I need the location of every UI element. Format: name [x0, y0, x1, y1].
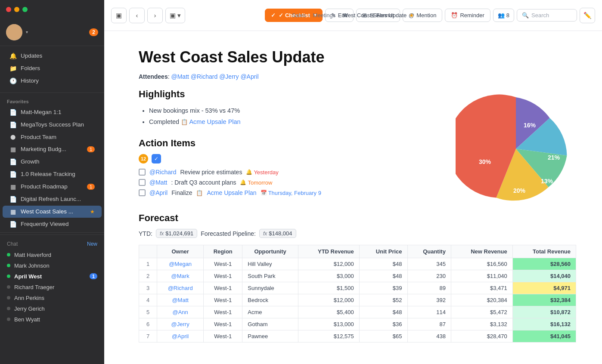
highlights-action-section: Highlights New bookings mix - 53% vs 47%… [139, 89, 576, 209]
online-dot [7, 253, 10, 256]
sidebar-item-folders[interactable]: 📁 Folders [3, 62, 102, 74]
sidebar-item-release-tracking[interactable]: 📄 1.0 Release Tracking [3, 168, 102, 180]
chat-item-richard[interactable]: Richard Traeger [0, 282, 104, 293]
pipeline-label: Forecasted Pipeline: [201, 230, 256, 237]
circle-icon: ⬤ [9, 134, 16, 140]
cell-num: 7 [139, 330, 157, 342]
cell-total-revenue: $10,872 [512, 306, 576, 318]
cell-region: West-1 [204, 270, 242, 282]
view-mode-button[interactable]: ▣ ▾ [165, 8, 185, 23]
action-owner-april[interactable]: @April [149, 189, 168, 196]
due-badge-tomorrow: 🔔 Tomorrow [240, 179, 272, 186]
th-ytd-revenue: YTD Revenue [298, 245, 359, 258]
pie-label-21: 21% [548, 154, 560, 161]
history-icon: 🕐 [9, 77, 16, 84]
sidebar-item-product-roadmap[interactable]: ▦ Product Roadmap 1 [3, 181, 102, 193]
attendee-april[interactable]: @April [240, 73, 258, 80]
chat-item-april[interactable]: April West 1 [0, 271, 104, 282]
back-button[interactable]: ‹ [129, 8, 145, 23]
doc-icon: 📄 [9, 196, 16, 203]
chat-item-jerry[interactable]: Jerry Gerich [0, 303, 104, 314]
chat-new-button[interactable]: New [87, 241, 97, 247]
cell-num: 4 [139, 294, 157, 306]
cell-new-revenue: $28,470 [451, 330, 512, 342]
search-placeholder: Search [531, 12, 549, 19]
cell-opportunity: Hill Valley [242, 258, 298, 270]
chat-item-mark[interactable]: Mark Johnson [0, 260, 104, 271]
maximize-dot[interactable] [22, 7, 28, 12]
reminder-button[interactable]: ⏰ Reminder [445, 9, 490, 22]
fx-icon-2: fx [263, 231, 267, 237]
sidebar-item-history[interactable]: 🕐 History [3, 75, 102, 87]
sidebar-item-megatoys[interactable]: 📄 MegaToys Success Plan [3, 119, 102, 131]
acme-upsale-link[interactable]: Acme Upsale Plan [189, 118, 240, 125]
checkbox-3[interactable] [139, 189, 146, 196]
action-owner-matt[interactable]: @Matt [149, 179, 167, 186]
sidebar-item-growth[interactable]: 📄 Growth [3, 156, 102, 168]
attendee-richard[interactable]: @Richard [191, 73, 217, 80]
checkbox-2[interactable] [139, 179, 146, 186]
doc-link-icon: 📋 [181, 119, 188, 125]
sidebar-item-west-coast-sales[interactable]: ▦ West Coast Sales ... ★ [3, 206, 102, 218]
people-button[interactable]: 👥 8 [493, 9, 514, 22]
cell-ytd: $12,000 [298, 258, 359, 270]
doc-icon: 📄 [9, 171, 16, 178]
grid-icon: ▦ [9, 208, 16, 215]
sidebar-item-product-team[interactable]: ⬤ Product Team [3, 131, 102, 143]
document-content: West Coast Sales Update Attendees: @Matt… [104, 31, 602, 364]
breadcrumb-star-icon[interactable]: ★ [409, 12, 414, 19]
search-box[interactable]: 🔍 Search [517, 9, 577, 22]
sidebar-item-frequently-viewed[interactable]: 📄 Frequently Viewed [3, 218, 102, 230]
sidebar-item-matt-megan[interactable]: 📄 Matt-Megan 1:1 [3, 106, 102, 118]
cell-owner: @Jerry [157, 318, 204, 330]
cell-qty: 87 [407, 318, 451, 330]
attendee-matt[interactable]: @Matt [171, 73, 189, 80]
attendee-jerry[interactable]: @Jerry [219, 73, 239, 80]
close-dot[interactable] [6, 7, 11, 12]
action-owner-richard[interactable]: @Richard [149, 169, 176, 176]
action-text-3: Finalize [171, 189, 192, 196]
alarm-icon-3: 📅 [261, 190, 267, 196]
avatar[interactable] [6, 24, 22, 40]
chat-item-ben[interactable]: Ben Wyatt [0, 314, 104, 325]
window-chrome [0, 0, 104, 19]
chat-item-matt[interactable]: Matt Haverford [0, 250, 104, 260]
toggle-sidebar-button[interactable]: ▣ [111, 8, 127, 23]
due-badge-thursday: 📅 Thursday, February 9 [261, 190, 321, 196]
cell-unit: $65 [359, 330, 407, 342]
cell-unit: $48 [359, 258, 407, 270]
cell-ytd: $5,400 [298, 306, 359, 318]
topbar: ▣ ‹ › ▣ ▾ Sales › Meetings › West Coast … [104, 0, 602, 31]
attendees-line: Attendees: @Matt @Richard @Jerry @April [139, 73, 576, 80]
main-area: ▣ ‹ › ▣ ▾ Sales › Meetings › West Coast … [104, 0, 602, 364]
breadcrumb-sales[interactable]: Sales [292, 12, 306, 19]
cell-ytd: $3,000 [298, 270, 359, 282]
marketing-budget-badge: 1 [87, 146, 95, 152]
table-header-row: Owner Region Opportunity YTD Revenue Uni… [139, 245, 576, 258]
checkbox-1[interactable] [139, 169, 146, 176]
cell-ytd: $12,575 [298, 330, 359, 342]
cell-num: 6 [139, 318, 157, 330]
search-icon: 🔍 [522, 12, 529, 19]
table-row: 6 @Jerry West-1 Gotham $13,000 $36 87 $3… [139, 318, 576, 330]
minimize-dot[interactable] [14, 7, 19, 12]
cell-region: West-1 [204, 294, 242, 306]
sidebar: ▾ 2 🔔 Updates 📁 Folders 🕐 History Favo [0, 19, 104, 364]
compose-button[interactable]: ✏️ [580, 8, 595, 23]
sidebar-item-updates[interactable]: 🔔 Updates [3, 50, 102, 62]
user-chevron-icon[interactable]: ▾ [26, 30, 28, 34]
cell-opportunity: Sunnydale [242, 282, 298, 294]
toolbar-left: ▣ ‹ › ▣ ▾ [111, 8, 185, 23]
notification-badge[interactable]: 2 [89, 28, 98, 36]
cell-unit: $39 [359, 282, 407, 294]
chat-item-ann[interactable]: Ann Perkins [0, 293, 104, 303]
th-quantity: Quantity [407, 245, 451, 258]
sidebar-item-digital-refresh[interactable]: 📄 Digital Refresh Launc... [3, 193, 102, 205]
chat-header: Chat New [0, 238, 104, 250]
sidebar-item-marketing-budget[interactable]: ▦ Marketing Budg... 1 [3, 143, 102, 155]
forward-button[interactable]: › [147, 8, 163, 23]
acme-upsale-link-2[interactable]: Acme Upsale Plan [207, 189, 256, 196]
table-row: 7 @April West-1 Pawnee $12,575 $65 438 $… [139, 330, 576, 342]
breadcrumb-meetings[interactable]: Meetings [313, 12, 336, 19]
checklist-check-icon: ✓ [271, 12, 276, 19]
